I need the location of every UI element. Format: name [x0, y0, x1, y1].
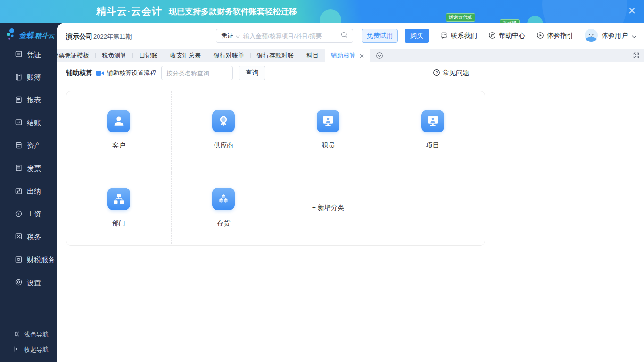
- sidebar-item-settings[interactable]: 设置: [0, 272, 57, 294]
- tab-label: 银行对账单: [214, 51, 244, 60]
- banner-close-button[interactable]: [626, 6, 637, 17]
- tab-auxiliary-accounting[interactable]: 辅助核算: [325, 49, 370, 62]
- compass-icon: [488, 32, 496, 41]
- help-center-button[interactable]: 帮助中心: [488, 32, 525, 41]
- app-body: 金蝶精斗云 凭证 账簿 报表 结账: [0, 23, 644, 362]
- tab-income-expense-summary[interactable]: 收支汇总表: [164, 49, 207, 62]
- help-center-label: 帮助中心: [499, 32, 525, 40]
- tab-tax-burden-calc[interactable]: 税负测算: [96, 49, 132, 62]
- collapse-nav-button[interactable]: 收起导航: [0, 342, 57, 357]
- sidebar-item-closing[interactable]: 结账: [0, 112, 57, 134]
- tab-accounts[interactable]: 科目: [300, 49, 325, 62]
- experience-guide-button[interactable]: 体验指引: [537, 32, 573, 41]
- banner-badge: 诺诺云代账: [446, 13, 475, 22]
- search-input[interactable]: [243, 33, 338, 40]
- footer-item-label: 浅色导航: [24, 330, 49, 339]
- user-menu[interactable]: 体验用户: [585, 29, 636, 43]
- decorative-circle: [527, 16, 543, 23]
- auxiliary-category-grid: 客户 供应商 职员: [66, 91, 485, 246]
- sidebar-item-report[interactable]: 报表: [0, 89, 57, 112]
- top-bar: 演示公司 2022年第11期 凭证 免费试用 购买: [57, 23, 644, 49]
- banner-subtitle: 现已支持多款财务软件账套轻松迁移: [169, 6, 297, 17]
- tab-journal[interactable]: 日记账: [133, 49, 164, 62]
- buy-button[interactable]: 购买: [405, 29, 429, 43]
- tab-close-icon[interactable]: [360, 54, 364, 58]
- faq-label: 常见问题: [443, 69, 469, 77]
- faq-link[interactable]: ? 常见问题: [433, 69, 469, 78]
- setup-flow-link[interactable]: 辅助核算设置流程: [107, 69, 156, 77]
- category-card-department[interactable]: 部门: [66, 169, 171, 246]
- avatar: [585, 29, 598, 43]
- settings-icon: [15, 278, 23, 288]
- page-toolbar: 辅助核算 辅助核算设置流程 查询 ? 常见问题: [57, 62, 644, 84]
- search-category-value: 凭证: [221, 32, 233, 40]
- category-label: 供应商: [214, 141, 233, 150]
- tab-label: 日记账: [139, 51, 157, 60]
- contact-us-button[interactable]: 联系我们: [440, 32, 477, 41]
- category-card-supplier[interactable]: 供应商: [171, 91, 276, 169]
- category-label: 客户: [112, 141, 125, 150]
- tab-invoice-voucher-template[interactable]: 发票凭证模板: [57, 49, 95, 62]
- light-nav-toggle[interactable]: 浅色导航: [0, 327, 57, 342]
- customer-icon: [107, 110, 130, 132]
- app-logo: 金蝶精斗云: [0, 23, 57, 42]
- tab-label: 银行存款对账: [257, 51, 294, 60]
- category-card-customer[interactable]: 客户: [66, 91, 171, 169]
- tab-bank-statement[interactable]: 银行对账单: [207, 49, 250, 62]
- play-circle-icon: [537, 32, 544, 41]
- banner-title: 精斗云·云会计: [96, 5, 162, 18]
- accounting-period: 2022年第11期: [93, 33, 132, 41]
- free-trial-button[interactable]: 免费试用: [362, 29, 398, 43]
- sidebar-item-asset[interactable]: 资产: [0, 135, 57, 157]
- svg-text:¥: ¥: [17, 212, 20, 216]
- experience-guide-label: 体验指引: [547, 32, 573, 40]
- sun-icon: [13, 330, 20, 339]
- sidebar-item-tax[interactable]: 税务: [0, 226, 57, 248]
- video-camera-icon[interactable]: [96, 70, 104, 76]
- company-selector[interactable]: 演示公司 2022年第11期: [66, 23, 132, 49]
- ledger-icon: [15, 73, 23, 82]
- sidebar-item-label: 设置: [27, 279, 41, 288]
- search-icon[interactable]: [341, 32, 348, 41]
- voucher-icon: [15, 50, 23, 59]
- add-category-button[interactable]: + 新增分类: [276, 169, 380, 246]
- tab-bar: 发票凭证模板 税负测算 日记账 收支汇总表 银行对账单 银行存款对账 科目 辅助…: [57, 49, 644, 62]
- product-name: 精斗云: [35, 32, 55, 39]
- brand-name: 金蝶: [19, 31, 34, 39]
- sidebar-item-invoice[interactable]: 发票: [0, 157, 57, 180]
- closing-icon: [15, 118, 23, 128]
- category-card-employee[interactable]: 职员: [276, 91, 380, 169]
- sidebar-item-cashier[interactable]: 出纳: [0, 180, 57, 203]
- sidebar-item-ledger[interactable]: 账簿: [0, 66, 57, 89]
- sidebar-item-salary[interactable]: ¥ 工资: [0, 203, 57, 226]
- sidebar-item-label: 结账: [27, 119, 41, 128]
- employee-icon: [317, 110, 339, 132]
- main-panel: 演示公司 2022年第11期 凭证 免费试用 购买: [57, 23, 644, 362]
- sidebar-item-label: 工资: [27, 210, 41, 219]
- category-card-inventory[interactable]: 存货: [171, 169, 276, 246]
- fullscreen-icon[interactable]: [633, 52, 640, 59]
- search-category-dropdown[interactable]: 凭证: [221, 32, 240, 40]
- category-card-project[interactable]: 项目: [380, 91, 485, 169]
- supplier-icon: [212, 110, 235, 132]
- empty-grid-cell: [380, 169, 485, 246]
- sidebar-footer: 浅色导航 收起导航: [0, 327, 57, 357]
- add-category-label: + 新增分类: [312, 204, 344, 212]
- tab-bank-reconciliation[interactable]: 银行存款对账: [251, 49, 300, 62]
- sidebar-item-voucher[interactable]: 凭证: [0, 43, 57, 66]
- decorative-circle: [320, 9, 341, 23]
- logo-text: 金蝶精斗云: [19, 31, 55, 41]
- sidebar-item-fiscal-service[interactable]: 财税服务: [0, 249, 57, 272]
- chevron-down-icon: [236, 33, 240, 40]
- fiscal-service-icon: [15, 255, 23, 265]
- company-name: 演示公司: [66, 33, 92, 41]
- sidebar-item-label: 报表: [27, 96, 41, 105]
- category-label: 存货: [217, 219, 230, 228]
- chat-icon: [440, 32, 448, 41]
- sidebar-item-label: 财税服务: [27, 255, 55, 264]
- tax-icon: [15, 232, 23, 242]
- tab-label: 辅助核算: [331, 51, 355, 60]
- category-query-input[interactable]: [161, 66, 233, 80]
- query-button[interactable]: 查询: [239, 66, 265, 80]
- tab-list-dropdown-icon[interactable]: [376, 52, 383, 59]
